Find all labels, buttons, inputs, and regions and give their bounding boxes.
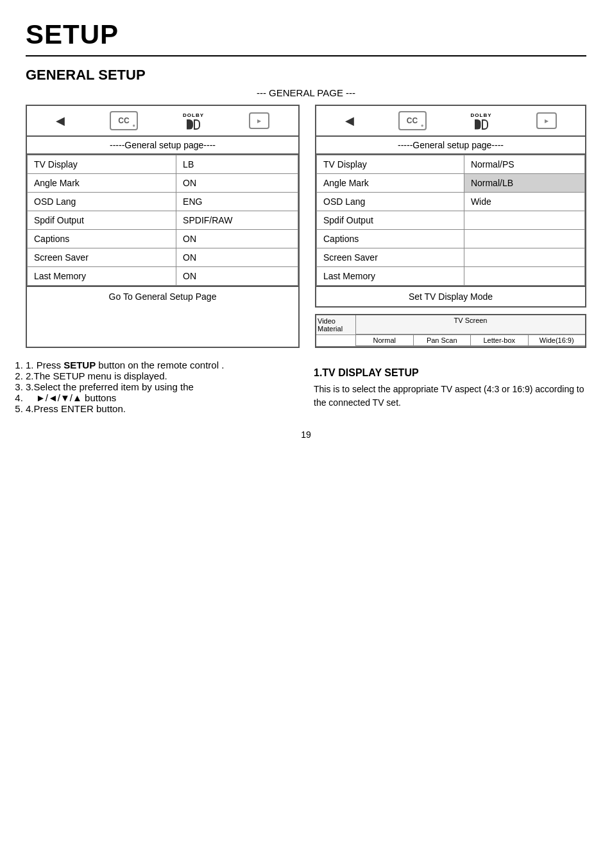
- section-title: GENERAL SETUP: [26, 67, 586, 83]
- right-panel-row: Captions: [317, 230, 585, 248]
- row-value: [464, 248, 584, 267]
- arrow-icon-right: ◀: [345, 114, 354, 128]
- right-panel-row: Last Memory: [317, 267, 585, 286]
- left-panel-subheader: -----General setup page----: [27, 137, 298, 155]
- row-value: Normal/PS: [464, 155, 584, 174]
- arrow-icon: ◀: [56, 114, 65, 128]
- row-label: Angle Mark: [28, 174, 176, 193]
- right-panel: ◀ CC ● DOLBY ▶ -----General setup page--…: [315, 105, 586, 308]
- row-label: Spdif Output: [317, 211, 464, 230]
- row-value: LB: [176, 155, 298, 174]
- bottom-section: 1. Press SETUP button on the remote cont…: [26, 360, 586, 417]
- row-value: ON: [176, 267, 298, 286]
- row-value: [464, 211, 584, 230]
- row-value: [464, 267, 584, 286]
- tv-screen-header: TV Screen: [356, 315, 585, 334]
- left-panel-row: TV DisplayLB: [28, 155, 298, 174]
- tv-display-setup-col: 1.TV DISPLAY SETUP This is to select the…: [314, 360, 586, 417]
- tv-col-header: Pan Scan: [414, 335, 472, 346]
- cc-icon: CC ●: [110, 111, 138, 130]
- page-number: 19: [26, 430, 586, 440]
- cc-icon-right: CC ●: [398, 111, 427, 130]
- row-value: ON: [176, 248, 298, 267]
- left-panel-row: Spdif OutputSPDIF/RAW: [28, 211, 298, 230]
- row-label: Angle Mark: [317, 174, 464, 193]
- left-panel-footer: Go To General Setup Page: [27, 286, 298, 306]
- row-value: ENG: [176, 193, 298, 211]
- left-panel-table: TV DisplayLBAngle MarkONOSD LangENGSpdif…: [27, 155, 298, 286]
- row-value: SPDIF/RAW: [176, 211, 298, 230]
- right-panel-container: ◀ CC ● DOLBY ▶ -----General setup page--…: [315, 105, 586, 348]
- row-label: TV Display: [28, 155, 176, 174]
- remote-icon-right: ▶: [536, 112, 557, 129]
- row-label: OSD Lang: [317, 193, 464, 211]
- row-label: Screen Saver: [28, 248, 176, 267]
- right-panel-header: ◀ CC ● DOLBY ▶: [316, 106, 585, 137]
- tv-col-header: Wide(16:9): [529, 335, 586, 346]
- dolby-icon: DOLBY: [183, 112, 204, 130]
- row-label: Captions: [28, 230, 176, 248]
- left-panel-row: OSD LangENG: [28, 193, 298, 211]
- tv-col-headers-row: NormalPan ScanLetter-boxWide(16:9): [316, 335, 585, 347]
- left-panel-row: Last MemoryON: [28, 267, 298, 286]
- tv-display-table: Video Material TV Screen NormalPan ScanL…: [315, 314, 586, 348]
- tv-table-header-row: Video Material TV Screen: [316, 315, 585, 335]
- page-title: SETUP: [26, 19, 586, 50]
- left-panel-row: Angle MarkON: [28, 174, 298, 193]
- right-panel-row: TV DisplayNormal/PS: [317, 155, 585, 174]
- row-value: Normal/LB: [464, 174, 584, 193]
- step-2: 2.The SETUP menu is displayed.: [26, 370, 298, 381]
- steps-list: 1. Press SETUP button on the remote cont…: [26, 360, 298, 414]
- panels-row: ◀ CC ● DOLBY ▶ -----General setup page--…: [26, 105, 586, 348]
- title-divider: [26, 55, 586, 56]
- step-1: 1. Press SETUP button on the remote cont…: [26, 360, 298, 370]
- right-panel-subheader: -----General setup page----: [316, 137, 585, 155]
- row-label: Spdif Output: [28, 211, 176, 230]
- left-panel: ◀ CC ● DOLBY ▶ -----General setup page--…: [26, 105, 300, 348]
- tv-display-intro: This is to select the appropriate TV asp…: [314, 383, 586, 410]
- right-panel-row: OSD LangWide: [317, 193, 585, 211]
- row-label: Captions: [317, 230, 464, 248]
- tv-col-header: Letter-box: [471, 335, 529, 346]
- subtitle: --- GENERAL PAGE ---: [26, 87, 586, 98]
- row-value: ON: [176, 174, 298, 193]
- tv-material-header: Video Material: [316, 315, 356, 334]
- instructions-col: 1. Press SETUP button on the remote cont…: [26, 360, 298, 417]
- right-panel-row: Spdif Output: [317, 211, 585, 230]
- left-panel-row: CaptionsON: [28, 230, 298, 248]
- right-panel-row: Angle MarkNormal/LB: [317, 174, 585, 193]
- row-label: Last Memory: [317, 267, 464, 286]
- dolby-icon-right: DOLBY: [471, 112, 492, 130]
- row-label: OSD Lang: [28, 193, 176, 211]
- tv-col-header: Normal: [356, 335, 414, 346]
- row-label: TV Display: [317, 155, 464, 174]
- row-value: [464, 230, 584, 248]
- left-panel-row: Screen SaverON: [28, 248, 298, 267]
- right-panel-row: Screen Saver: [317, 248, 585, 267]
- row-label: Screen Saver: [317, 248, 464, 267]
- tv-display-heading: 1.TV DISPLAY SETUP: [314, 367, 586, 379]
- right-panel-footer: Set TV Display Mode: [316, 286, 585, 306]
- row-value: Wide: [464, 193, 584, 211]
- row-label: Last Memory: [28, 267, 176, 286]
- step-3b: ►/◄/▼/▲ buttons: [26, 392, 298, 403]
- left-panel-header: ◀ CC ● DOLBY ▶: [27, 106, 298, 137]
- step-4: 4.Press ENTER button.: [26, 403, 298, 414]
- step-3: 3.Select the preferred item by using the: [26, 381, 298, 392]
- remote-icon: ▶: [249, 112, 269, 129]
- row-value: ON: [176, 230, 298, 248]
- right-panel-table: TV DisplayNormal/PSAngle MarkNormal/LBOS…: [316, 155, 585, 286]
